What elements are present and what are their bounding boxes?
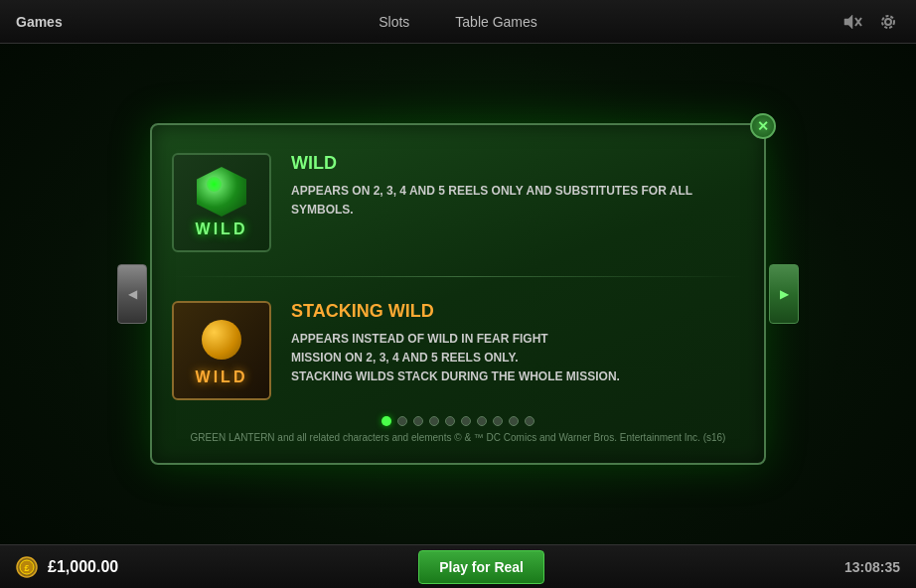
- dot-9[interactable]: [525, 416, 534, 426]
- dot-2[interactable]: [413, 416, 423, 426]
- settings-icon[interactable]: [876, 10, 900, 34]
- stacking-gem: [197, 315, 246, 365]
- dot-7[interactable]: [493, 416, 503, 426]
- dot-4[interactable]: [445, 416, 455, 426]
- topbar-center: Slots Table Games: [371, 10, 545, 34]
- nav-slots[interactable]: Slots: [371, 10, 417, 34]
- stacking-wild-title: STACKING WILD: [291, 301, 744, 322]
- topbar-left: Games: [16, 14, 63, 30]
- nav-table-games[interactable]: Table Games: [447, 10, 544, 34]
- svg-point-3: [885, 19, 891, 25]
- stacking-wild-row: WILD STACKING WILD APPEARS INSTEAD OF WI…: [172, 293, 744, 408]
- next-arrow[interactable]: [769, 264, 799, 324]
- dot-8[interactable]: [509, 416, 519, 426]
- dot-5[interactable]: [461, 416, 471, 426]
- dot-1[interactable]: [397, 416, 407, 426]
- play-for-real-button[interactable]: Play for Real: [418, 550, 544, 584]
- svg-marker-0: [844, 15, 852, 29]
- stacking-symbol-image: WILD: [172, 301, 271, 400]
- balance-section: £ £1,000.00: [16, 556, 118, 578]
- stacking-description: STACKING WILD APPEARS INSTEAD OF WILD IN…: [291, 301, 744, 387]
- svg-point-4: [882, 16, 894, 28]
- game-area: ✕ WILD WILD: [0, 44, 916, 544]
- separator: [172, 276, 744, 277]
- prev-arrow[interactable]: [117, 264, 147, 324]
- dot-0[interactable]: [382, 416, 391, 426]
- modal-content: WILD WILD APPEARS ON 2, 3, 4 AND 5 REELS…: [172, 145, 744, 408]
- wild-image-label: WILD: [196, 220, 248, 238]
- pagination: [172, 416, 744, 426]
- wild-symbol-inner: WILD: [174, 155, 269, 250]
- stacking-wild-text: APPEARS INSTEAD OF WILD IN FEAR FIGHT MI…: [291, 330, 744, 387]
- mute-icon[interactable]: [840, 10, 864, 34]
- wild-text: APPEARS ON 2, 3, 4 AND 5 REELS ONLY AND …: [291, 182, 744, 220]
- topbar-right: [840, 10, 900, 34]
- games-title: Games: [16, 14, 63, 30]
- stacking-image-label: WILD: [196, 368, 248, 386]
- wild-title: WILD: [291, 153, 744, 174]
- topbar: Games Slots Table Games: [0, 0, 916, 44]
- bottombar: £ £1,000.00 Play for Real 13:08:35: [0, 544, 916, 588]
- modal-overlay: ✕ WILD WILD: [0, 44, 916, 544]
- copyright-text: GREEN LANTERN and all related characters…: [172, 432, 744, 443]
- balance-amount: £1,000.00: [48, 558, 118, 576]
- balance-icon: £: [16, 556, 38, 578]
- time-display: 13:08:35: [844, 559, 900, 575]
- wild-description: WILD APPEARS ON 2, 3, 4 AND 5 REELS ONLY…: [291, 153, 744, 220]
- svg-text:£: £: [24, 563, 29, 573]
- dot-3[interactable]: [429, 416, 439, 426]
- wild-gem: [197, 167, 246, 217]
- wild-symbol-image: WILD: [172, 153, 271, 252]
- modal-dialog: ✕ WILD WILD: [150, 123, 766, 465]
- dot-6[interactable]: [477, 416, 487, 426]
- wild-row: WILD WILD APPEARS ON 2, 3, 4 AND 5 REELS…: [172, 145, 744, 260]
- close-button[interactable]: ✕: [750, 113, 776, 139]
- stacking-symbol-inner: WILD: [174, 303, 269, 398]
